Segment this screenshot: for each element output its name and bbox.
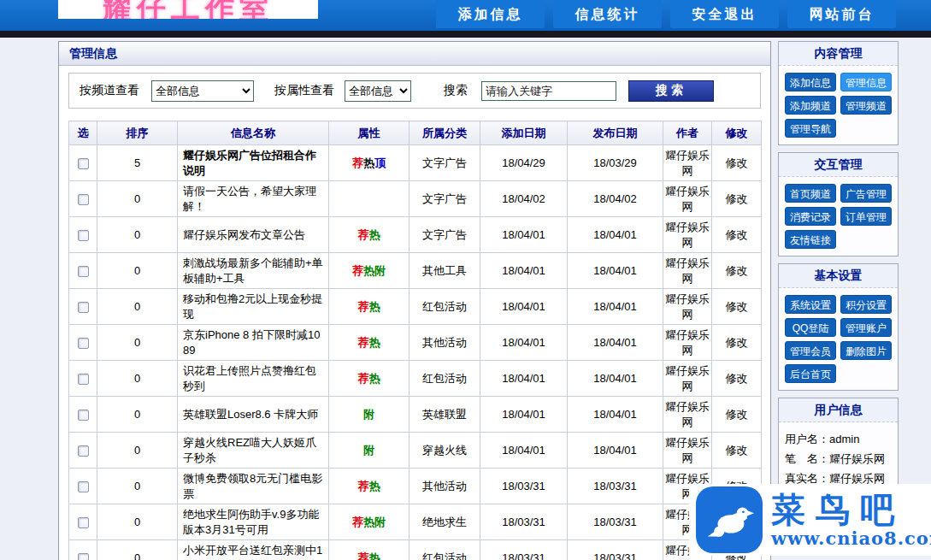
row-name-cell[interactable]: 耀仔娱乐网发布文章公告 [178, 217, 329, 253]
channel-filter-select[interactable]: 全部信息 [151, 80, 254, 102]
row-name-cell[interactable]: 请假一天公告，希望大家理解！ [178, 181, 329, 217]
attribute-filter-select[interactable]: 全部信息 [345, 80, 411, 102]
row-checkbox[interactable] [78, 481, 89, 492]
col-header-name: 信息名称 [178, 121, 329, 145]
row-name-cell[interactable]: 耀仔娱乐网广告位招租合作说明 [178, 145, 329, 181]
row-name-cell[interactable]: 京东iPhone 8 拍下限时减1089 [178, 325, 329, 361]
row-name-cell[interactable]: 穿越火线REZ喵大人妖姬爪子秒杀 [178, 433, 329, 469]
row-sort-cell: 0 [97, 289, 178, 325]
sidebar-button[interactable]: 友情链接 [785, 230, 836, 249]
row-name-cell[interactable]: 微博免费领取8元无门槛电影票 [178, 469, 329, 504]
table-row: 0耀仔娱乐网发布文章公告荐热文字广告18/04/0118/04/01耀仔娱乐网修… [69, 217, 762, 253]
top-nav-buttons: 添加信息 信息统计 安全退出 网站前台 [436, 0, 896, 28]
table-row: 0移动和包撸2元以上现金秒提现荐热红包活动18/04/0118/04/01耀仔娱… [69, 289, 762, 325]
row-author-cell: 耀仔娱乐网 [663, 325, 712, 361]
search-input[interactable] [481, 81, 616, 101]
row-name-cell[interactable]: 刺激战场最新多个能辅助+单板辅助+工具 [178, 253, 329, 289]
row-added-date-cell: 18/03/31 [480, 504, 568, 540]
edit-link[interactable]: 修改 [726, 156, 748, 169]
sidebar-button[interactable]: 系统设置 [785, 295, 836, 314]
nav-button-site-front[interactable]: 网站前台 [787, 0, 896, 28]
row-publish-date-cell: 18/04/02 [568, 181, 663, 217]
row-publish-date-cell: 18/04/01 [568, 289, 663, 325]
row-checkbox[interactable] [78, 374, 89, 385]
row-checkbox[interactable] [78, 194, 89, 205]
edit-link[interactable]: 修改 [726, 264, 748, 277]
row-checkbox[interactable] [78, 302, 89, 313]
sidebar-button[interactable]: 删除图片 [840, 341, 892, 360]
attribute-flag: 荐 [358, 336, 369, 349]
row-checkbox[interactable] [78, 445, 89, 457]
edit-link[interactable]: 修改 [726, 228, 748, 241]
edit-link[interactable]: 修改 [726, 408, 748, 421]
attribute-flag: 附 [363, 408, 374, 421]
sidebar-button[interactable]: 管理会员 [785, 341, 836, 360]
attribute-flag: 附 [363, 444, 374, 457]
sidebar-section-1: 交互管理首页频道广告管理消费记录订单管理友情链接 [778, 152, 899, 256]
row-select-cell [69, 361, 97, 397]
sidebar-button[interactable]: 订单管理 [840, 207, 892, 226]
row-category-cell: 红包活动 [410, 540, 480, 560]
row-name-cell[interactable]: 小米开放平台送红包亲测中1元 [178, 540, 329, 560]
row-select-cell [69, 181, 97, 217]
row-edit-cell: 修改 [712, 397, 762, 433]
sidebar-button[interactable]: 积分设置 [840, 295, 892, 314]
row-attribute-cell: 荐热 [329, 217, 410, 253]
table-header-row: 选 排序 信息名称 属性 所属分类 添加日期 发布日期 作者 修改 [69, 121, 762, 145]
row-checkbox[interactable] [78, 158, 89, 169]
sidebar-section-0: 内容管理添加信息管理信息添加频道管理频道管理导航 [778, 41, 899, 145]
sidebar-button[interactable]: 添加信息 [785, 73, 836, 91]
sidebar-section-title: 基本设置 [779, 264, 898, 288]
row-name-cell[interactable]: 识花君上传照片点赞撸红包秒到 [178, 361, 329, 397]
sidebar-button[interactable]: 添加频道 [785, 96, 836, 115]
row-checkbox[interactable] [78, 266, 89, 277]
attribute-flag: 荐 [352, 516, 363, 528]
row-checkbox[interactable] [78, 410, 89, 421]
edit-link[interactable]: 修改 [726, 300, 748, 313]
edit-link[interactable]: 修改 [726, 372, 748, 385]
row-checkbox[interactable] [78, 517, 89, 528]
row-added-date-cell: 18/04/01 [480, 325, 568, 361]
row-checkbox[interactable] [78, 553, 89, 560]
row-sort-cell: 0 [97, 181, 178, 217]
row-added-date-cell: 18/04/29 [480, 145, 568, 181]
sidebar-button[interactable]: 后台首页 [785, 364, 836, 383]
edit-link[interactable]: 修改 [726, 336, 748, 349]
edit-link[interactable]: 修改 [726, 192, 748, 205]
row-edit-cell: 修改 [712, 289, 762, 325]
sidebar-button[interactable]: 管理导航 [785, 119, 836, 138]
row-name-cell[interactable]: 移动和包撸2元以上现金秒提现 [178, 289, 329, 325]
row-added-date-cell: 18/03/31 [480, 540, 568, 560]
row-edit-cell: 修改 [712, 325, 762, 361]
sidebar-button[interactable]: 管理账户 [840, 318, 892, 337]
sidebar-button[interactable]: 管理信息 [840, 73, 892, 91]
col-header-edit: 修改 [712, 121, 762, 145]
sidebar-button[interactable]: 首页频道 [785, 184, 836, 203]
attribute-flag: 热 [369, 336, 380, 349]
nav-button-add-info[interactable]: 添加信息 [436, 0, 545, 28]
table-row: 5耀仔娱乐网广告位招租合作说明荐热顶文字广告18/04/2918/03/29耀仔… [69, 145, 762, 181]
attribute-flag: 热 [369, 300, 380, 313]
row-sort-cell: 0 [97, 433, 178, 469]
row-edit-cell: 修改 [712, 361, 762, 397]
row-author-cell: 耀仔娱乐网 [663, 217, 712, 253]
row-sort-cell: 0 [97, 253, 178, 289]
row-attribute-cell: 附 [329, 397, 410, 433]
sidebar-button[interactable]: 管理频道 [840, 96, 892, 115]
nav-button-info-stats[interactable]: 信息统计 [553, 0, 662, 28]
row-name-cell[interactable]: 英雄联盟Loser8.6 卡牌大师 [178, 397, 329, 433]
row-checkbox[interactable] [78, 338, 89, 349]
row-publish-date-cell: 18/04/01 [568, 361, 663, 397]
attribute-flag: 热 [363, 264, 374, 277]
sidebar-button[interactable]: 广告管理 [840, 184, 892, 203]
row-checkbox[interactable] [78, 230, 89, 241]
sidebar-button[interactable]: 消费记录 [785, 207, 836, 226]
row-name-cell[interactable]: 绝地求生阿伤助手v.9多功能版本3月31号可用 [178, 504, 329, 540]
nav-button-logout[interactable]: 安全退出 [670, 0, 779, 28]
cniao8-watermark: 菜鸟吧 www.cniao8.com [689, 484, 931, 556]
attribute-flag: 荐 [352, 156, 363, 169]
sidebar-button[interactable]: QQ登陆 [785, 318, 836, 337]
attribute-filter-label: 按属性查看 [274, 83, 334, 98]
search-button[interactable]: 搜索 [628, 80, 714, 102]
edit-link[interactable]: 修改 [726, 444, 748, 457]
